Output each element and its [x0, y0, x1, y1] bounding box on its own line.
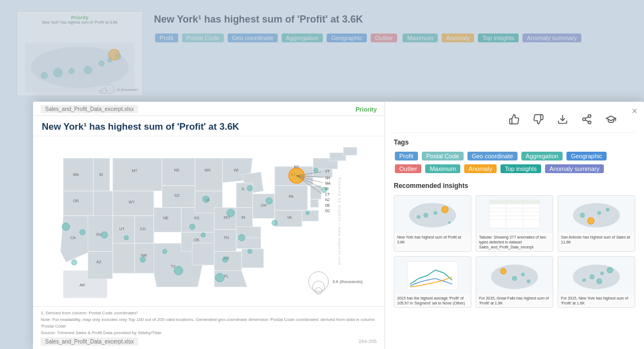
svg-point-114 [607, 267, 613, 273]
svg-point-102 [573, 203, 620, 228]
modal-tags-container: Profit Postal Code Geo coordinate Aggreg… [394, 151, 635, 174]
svg-point-109 [500, 268, 506, 274]
modal-actions [394, 108, 635, 133]
modal-tag-profit[interactable]: Profit [395, 152, 418, 160]
svg-text:UT: UT [119, 227, 125, 231]
modal: Sales_and_Profit_Data_excerpt.xlsx Prior… [33, 102, 644, 349]
tags-title: Tags [394, 139, 635, 146]
state-id [93, 191, 113, 219]
svg-point-117 [582, 278, 586, 281]
modal-tag-geo-coord[interactable]: Geo coordinate [467, 152, 518, 160]
svg-rect-91 [489, 201, 540, 229]
svg-rect-107 [408, 262, 458, 290]
svg-text:MT: MT [132, 169, 138, 173]
modal-tag-top-insights[interactable]: Top insights [500, 164, 541, 173]
rec-card-4-visual [394, 257, 471, 294]
state-de [310, 200, 318, 208]
state-tn [214, 229, 236, 251]
state-nv2 [113, 243, 135, 273]
rec-card-5[interactable]: For 2015, Great Falls has highest sum of… [476, 256, 553, 308]
bookmark-button[interactable] [603, 112, 619, 127]
modal-filename: Sales_and_Profit_Data_excerpt.xlsx [41, 105, 138, 113]
modal-tag-postal[interactable]: Postal Code [422, 152, 464, 160]
rec-card-4[interactable]: 2015 has the highest average 'Profit' of… [394, 256, 471, 308]
modal-tag-geographic[interactable]: Geographic [566, 152, 607, 160]
us-map-svg: AK WA ID OR CA NV UT CO AZ NM MT WY ND S… [33, 136, 384, 306]
footer-note3: Source: Trimmed Sales & Profit Data prov… [41, 330, 377, 336]
svg-point-113 [573, 264, 620, 289]
svg-point-65 [306, 212, 309, 215]
svg-point-81 [583, 118, 586, 121]
download-button[interactable] [555, 112, 570, 127]
svg-text:RI: RI [325, 187, 329, 191]
svg-text:WA: WA [73, 173, 79, 176]
modal-tag-aggregation[interactable]: Aggregation [521, 152, 563, 160]
svg-text:ND: ND [174, 168, 180, 172]
svg-point-80 [588, 115, 591, 118]
rec-map-5 [480, 259, 549, 292]
modal-title: New York¹ has highest sum of 'Profit' at… [33, 116, 384, 136]
state-mt [113, 158, 162, 191]
svg-text:CA: CA [70, 236, 76, 240]
svg-point-58 [238, 234, 245, 241]
svg-text:NJ: NJ [325, 198, 329, 202]
svg-point-54 [80, 229, 85, 235]
svg-point-115 [601, 272, 604, 275]
footer-filename: Sales_and_Profit_Data_excerpt.xlsx [41, 337, 138, 346]
svg-point-112 [527, 279, 530, 282]
modal-tag-anomaly-summary[interactable]: Anomaly summary [545, 164, 604, 173]
modal-tag-maximum[interactable]: Maximum [425, 164, 460, 173]
footer-note2: Note: For readability, map only includes… [41, 317, 377, 330]
thumbs-down-button[interactable] [531, 112, 546, 127]
rec-card-2[interactable]: Tabular: Showing 277 anomalies of two ty… [476, 195, 553, 252]
state-al [214, 251, 241, 270]
svg-text:VT: VT [325, 169, 329, 173]
rec-card-5-visual [476, 257, 553, 294]
state-sc [241, 248, 263, 268]
modal-left-panel: Sales_and_Profit_Data_excerpt.xlsx Prior… [33, 102, 385, 349]
svg-point-59 [247, 249, 252, 253]
svg-point-104 [606, 208, 609, 212]
svg-text:NY: NY [294, 165, 299, 169]
share-button[interactable] [579, 112, 595, 127]
modal-map-area: AK WA ID OR CA NV UT CO AZ NM MT WY ND S… [33, 136, 384, 306]
svg-point-56 [71, 259, 77, 265]
svg-text:WI: WI [234, 168, 239, 172]
rec-card-6[interactable]: For 2015, New York has highest sum of 'P… [558, 256, 635, 308]
svg-point-105 [598, 212, 601, 215]
rec-card-6-label: For 2015, New York has highest sum of 'P… [558, 294, 635, 307]
state-me [343, 147, 357, 156]
recommended-grid: New York has highest sum of Profit at 3.… [394, 195, 635, 308]
svg-text:IL: IL [241, 187, 245, 191]
svg-point-52 [124, 235, 129, 240]
svg-point-61 [215, 273, 224, 282]
state-nm [135, 243, 157, 273]
svg-point-82 [588, 121, 591, 124]
alaska-label: AK [80, 282, 86, 287]
svg-point-51 [140, 257, 146, 262]
svg-text:MN: MN [205, 168, 211, 172]
modal-right-panel: × Tags Profit Postal Code Geo c [385, 102, 644, 349]
rec-card-2-label: Tabular: Showing 277 anomalies of two ty… [476, 233, 553, 251]
rec-card-1-label: New York has highest sum of Profit at 3.… [394, 233, 471, 246]
svg-line-83 [585, 120, 588, 121]
modal-footer: 1. Derived from column: Postal Code coor… [33, 306, 384, 349]
rec-card-6-visual [558, 257, 635, 294]
rec-card-3[interactable]: San Antonio has highest sum of Sales at … [558, 195, 635, 252]
svg-text:SD: SD [174, 193, 180, 197]
modal-header: Sales_and_Profit_Data_excerpt.xlsx Prior… [33, 102, 384, 116]
modal-priority-label: Priority [355, 106, 377, 113]
thumbs-up-button[interactable] [507, 112, 522, 127]
modal-tags-section: Tags Profit Postal Code Geo coordinate A… [394, 139, 635, 174]
svg-point-106 [580, 213, 585, 218]
svg-text:NH: NH [325, 176, 331, 180]
modal-tag-outlier[interactable]: Outlier [395, 164, 421, 173]
svg-point-62 [201, 232, 206, 237]
close-button[interactable]: × [631, 106, 637, 116]
rec-map-3 [562, 197, 631, 231]
modal-tag-anomaly[interactable]: Anomaly [464, 164, 497, 173]
svg-point-103 [587, 218, 594, 224]
svg-point-111 [512, 276, 516, 280]
svg-text:OR: OR [73, 199, 79, 203]
rec-card-1[interactable]: New York has highest sum of Profit at 3.… [394, 195, 471, 252]
